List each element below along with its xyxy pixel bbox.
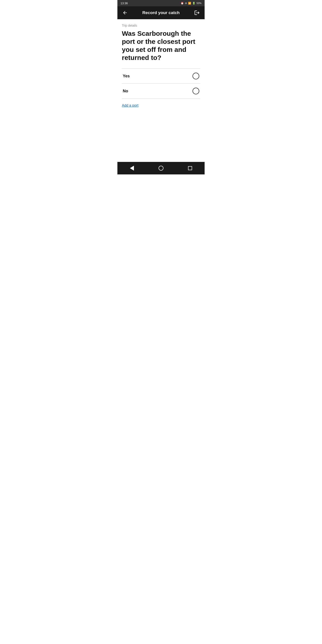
signal-icon: 📶 (188, 2, 191, 5)
nav-back-button[interactable] (125, 166, 139, 170)
option-no[interactable]: No (122, 84, 200, 98)
page-title: Record your catch (129, 10, 193, 15)
option-yes-radio[interactable] (192, 73, 199, 80)
battery-icon: 🔋 (192, 2, 196, 5)
main-content: Trip details Was Scarborough the port or… (118, 19, 204, 162)
nav-bar (118, 162, 204, 174)
nav-home-icon (158, 166, 164, 170)
option-no-radio[interactable] (192, 88, 199, 94)
app-bar: Record your catch (118, 6, 204, 19)
status-time: 13:36 (120, 2, 128, 5)
nav-recents-button[interactable] (183, 166, 197, 170)
status-bar: 13:36 ⏰ ⊖ 📶 🔋 53% (118, 0, 204, 6)
question-text: Was Scarborough the port or the closest … (122, 30, 200, 62)
nav-home-button[interactable] (154, 166, 168, 170)
back-button[interactable] (121, 10, 129, 16)
alarm-icon: ⏰ (181, 2, 184, 5)
exit-button[interactable] (193, 10, 201, 16)
option-yes-label: Yes (123, 74, 130, 78)
nav-recents-icon (188, 166, 192, 170)
option-yes[interactable]: Yes (122, 69, 200, 84)
section-label: Trip details (122, 24, 200, 27)
block-icon: ⊖ (185, 2, 187, 5)
battery-percent: 53% (196, 2, 202, 4)
nav-back-icon (130, 166, 134, 170)
add-port-link[interactable]: Add a port (122, 104, 138, 108)
status-bar-right: ⏰ ⊖ 📶 🔋 53% (181, 2, 202, 5)
option-no-label: No (123, 89, 128, 94)
